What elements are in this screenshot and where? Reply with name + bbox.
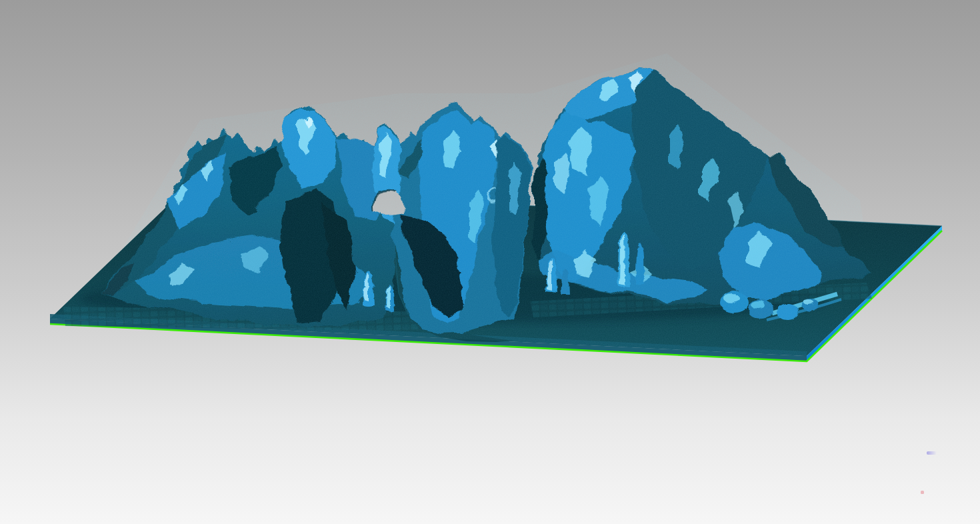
viewport-3d[interactable] xyxy=(0,0,980,524)
mesh-model[interactable] xyxy=(40,53,947,367)
mesh-noise-overlay xyxy=(40,53,947,367)
scene-render xyxy=(0,0,980,524)
